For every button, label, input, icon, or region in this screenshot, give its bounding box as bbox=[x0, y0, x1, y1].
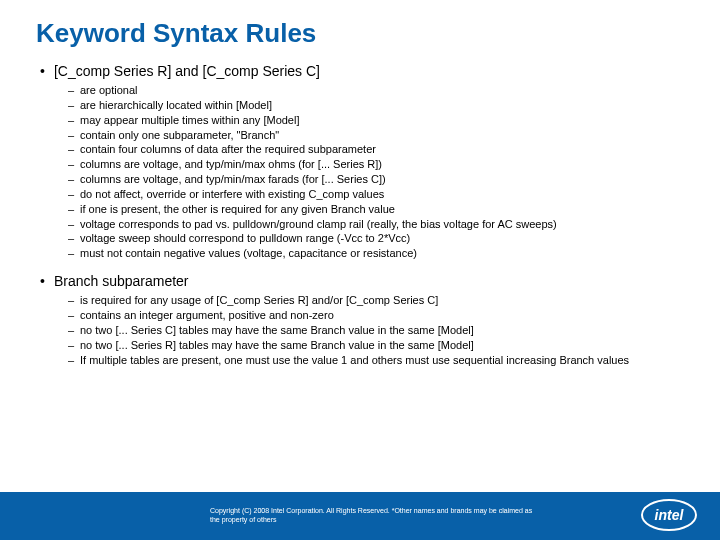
list-item: is required for any usage of [C_comp Ser… bbox=[68, 293, 684, 308]
bullet-icon: • bbox=[40, 273, 50, 289]
list-item: If multiple tables are present, one must… bbox=[68, 353, 684, 368]
list-item: contain only one subparameter, "Branch" bbox=[68, 128, 684, 143]
slide-title: Keyword Syntax Rules bbox=[36, 18, 684, 49]
footer-bar: Copyright (C) 2008 Intel Corporation. Al… bbox=[0, 492, 720, 540]
list-item: no two [... Series C] tables may have th… bbox=[68, 323, 684, 338]
intel-logo-icon: intel bbox=[640, 498, 698, 532]
section-2-text: Branch subparameter bbox=[54, 273, 189, 289]
list-item: contain four columns of data after the r… bbox=[68, 142, 684, 157]
svg-text:intel: intel bbox=[655, 507, 685, 523]
slide: Keyword Syntax Rules • [C_comp Series R]… bbox=[0, 0, 720, 540]
list-item: may appear multiple times within any [Mo… bbox=[68, 113, 684, 128]
list-item: voltage sweep should correspond to pulld… bbox=[68, 231, 684, 246]
list-item: must not contain negative values (voltag… bbox=[68, 246, 684, 261]
list-item: if one is present, the other is required… bbox=[68, 202, 684, 217]
list-item: columns are voltage, and typ/min/max far… bbox=[68, 172, 684, 187]
section-2-head: • Branch subparameter bbox=[36, 273, 684, 289]
list-item: no two [... Series R] tables may have th… bbox=[68, 338, 684, 353]
section-1-text: [C_comp Series R] and [C_comp Series C] bbox=[54, 63, 320, 79]
list-item: do not affect, override or interfere wit… bbox=[68, 187, 684, 202]
list-item: are optional bbox=[68, 83, 684, 98]
section-1-head: • [C_comp Series R] and [C_comp Series C… bbox=[36, 63, 684, 79]
bullet-icon: • bbox=[40, 63, 50, 79]
section-1-list: are optional are hierarchically located … bbox=[36, 83, 684, 261]
list-item: are hierarchically located within [Model… bbox=[68, 98, 684, 113]
section-2-list: is required for any usage of [C_comp Ser… bbox=[36, 293, 684, 367]
list-item: contains an integer argument, positive a… bbox=[68, 308, 684, 323]
list-item: columns are voltage, and typ/min/max ohm… bbox=[68, 157, 684, 172]
copyright-text: Copyright (C) 2008 Intel Corporation. Al… bbox=[210, 507, 540, 525]
list-item: voltage corresponds to pad vs. pulldown/… bbox=[68, 217, 684, 232]
